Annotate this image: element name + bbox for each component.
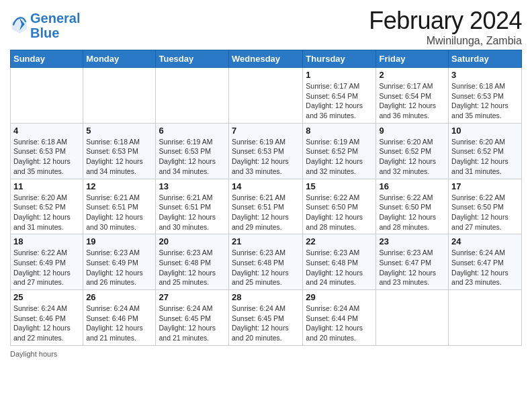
day-number: 23 (379, 236, 445, 246)
calendar-cell: 5Sunrise: 6:18 AM Sunset: 6:53 PM Daylig… (83, 123, 156, 179)
header-day-monday: Monday (83, 50, 156, 68)
calendar-cell: 20Sunrise: 6:23 AM Sunset: 6:48 PM Dayli… (156, 234, 229, 290)
day-info: Sunrise: 6:22 AM Sunset: 6:49 PM Dayligh… (13, 248, 80, 287)
footer-note: Daylight hours (10, 350, 522, 358)
calendar-week-row: 4Sunrise: 6:18 AM Sunset: 6:53 PM Daylig… (11, 123, 522, 179)
logo-icon (10, 15, 29, 34)
calendar-cell: 14Sunrise: 6:21 AM Sunset: 6:51 PM Dayli… (229, 179, 303, 234)
day-info: Sunrise: 6:18 AM Sunset: 6:53 PM Dayligh… (13, 137, 80, 177)
calendar-cell: 26Sunrise: 6:24 AM Sunset: 6:46 PM Dayli… (83, 290, 156, 346)
day-number: 3 (451, 70, 519, 80)
calendar-cell: 10Sunrise: 6:20 AM Sunset: 6:52 PM Dayli… (449, 123, 522, 179)
day-number: 18 (13, 236, 80, 246)
day-number: 4 (13, 126, 80, 136)
day-info: Sunrise: 6:23 AM Sunset: 6:48 PM Dayligh… (159, 248, 226, 287)
calendar-cell: 2Sunrise: 6:17 AM Sunset: 6:54 PM Daylig… (376, 68, 449, 124)
logo: General Blue (10, 11, 80, 40)
page-header: General Blue February 2024 Mwinilunga, Z… (10, 7, 522, 47)
day-info: Sunrise: 6:24 AM Sunset: 6:46 PM Dayligh… (86, 304, 152, 343)
calendar-cell: 22Sunrise: 6:23 AM Sunset: 6:48 PM Dayli… (303, 234, 376, 290)
day-info: Sunrise: 6:24 AM Sunset: 6:46 PM Dayligh… (13, 304, 80, 343)
calendar-cell: 29Sunrise: 6:24 AM Sunset: 6:44 PM Dayli… (303, 290, 376, 346)
day-info: Sunrise: 6:19 AM Sunset: 6:52 PM Dayligh… (306, 137, 373, 177)
day-number: 8 (306, 126, 373, 136)
calendar-cell: 16Sunrise: 6:22 AM Sunset: 6:50 PM Dayli… (376, 179, 449, 234)
day-number: 25 (13, 292, 80, 302)
calendar-cell (83, 68, 156, 124)
day-info: Sunrise: 6:20 AM Sunset: 6:52 PM Dayligh… (13, 193, 80, 232)
day-number: 24 (451, 236, 519, 246)
calendar-cell: 3Sunrise: 6:18 AM Sunset: 6:53 PM Daylig… (449, 68, 522, 124)
day-number: 15 (306, 181, 373, 191)
calendar-cell: 9Sunrise: 6:20 AM Sunset: 6:52 PM Daylig… (376, 123, 449, 179)
header-day-sunday: Sunday (11, 50, 83, 68)
day-number: 1 (306, 70, 373, 80)
day-number: 19 (86, 236, 152, 246)
day-number: 7 (232, 126, 300, 136)
day-number: 21 (232, 236, 300, 246)
day-number: 10 (451, 126, 519, 136)
day-info: Sunrise: 6:18 AM Sunset: 6:53 PM Dayligh… (451, 81, 519, 121)
calendar-cell (156, 68, 229, 124)
calendar-cell: 28Sunrise: 6:24 AM Sunset: 6:45 PM Dayli… (229, 290, 303, 346)
day-info: Sunrise: 6:21 AM Sunset: 6:51 PM Dayligh… (232, 193, 300, 232)
calendar-cell: 21Sunrise: 6:23 AM Sunset: 6:48 PM Dayli… (229, 234, 303, 290)
header-day-friday: Friday (376, 50, 449, 68)
calendar-cell: 11Sunrise: 6:20 AM Sunset: 6:52 PM Dayli… (11, 179, 83, 234)
day-info: Sunrise: 6:23 AM Sunset: 6:47 PM Dayligh… (379, 248, 445, 287)
calendar-cell: 7Sunrise: 6:19 AM Sunset: 6:53 PM Daylig… (229, 123, 303, 179)
day-info: Sunrise: 6:23 AM Sunset: 6:48 PM Dayligh… (306, 248, 373, 287)
day-info: Sunrise: 6:17 AM Sunset: 6:54 PM Dayligh… (306, 81, 373, 121)
day-info: Sunrise: 6:19 AM Sunset: 6:53 PM Dayligh… (159, 137, 226, 177)
calendar-cell: 1Sunrise: 6:17 AM Sunset: 6:54 PM Daylig… (303, 68, 376, 124)
calendar-cell (11, 68, 83, 124)
day-number: 17 (451, 181, 519, 191)
day-info: Sunrise: 6:22 AM Sunset: 6:50 PM Dayligh… (306, 193, 373, 232)
logo-blue: Blue (30, 26, 80, 40)
calendar-cell: 23Sunrise: 6:23 AM Sunset: 6:47 PM Dayli… (376, 234, 449, 290)
day-info: Sunrise: 6:21 AM Sunset: 6:51 PM Dayligh… (86, 193, 152, 232)
day-info: Sunrise: 6:24 AM Sunset: 6:44 PM Dayligh… (306, 304, 373, 343)
calendar-week-row: 25Sunrise: 6:24 AM Sunset: 6:46 PM Dayli… (11, 290, 522, 346)
day-number: 16 (379, 181, 445, 191)
calendar-subtitle: Mwinilunga, Zambia (369, 35, 522, 47)
logo-general: General (30, 11, 80, 26)
day-number: 11 (13, 181, 80, 191)
title-block: February 2024 Mwinilunga, Zambia (369, 7, 522, 47)
calendar-title: February 2024 (369, 7, 522, 35)
calendar-cell: 19Sunrise: 6:23 AM Sunset: 6:49 PM Dayli… (83, 234, 156, 290)
day-number: 28 (232, 292, 300, 302)
day-number: 6 (159, 126, 226, 136)
day-number: 12 (86, 181, 152, 191)
day-number: 9 (379, 126, 445, 136)
calendar-table: SundayMondayTuesdayWednesdayThursdayFrid… (10, 50, 522, 346)
header-day-thursday: Thursday (303, 50, 376, 68)
day-info: Sunrise: 6:24 AM Sunset: 6:47 PM Dayligh… (451, 248, 519, 287)
day-number: 26 (86, 292, 152, 302)
day-info: Sunrise: 6:22 AM Sunset: 6:50 PM Dayligh… (379, 193, 445, 232)
day-number: 5 (86, 126, 152, 136)
calendar-cell: 15Sunrise: 6:22 AM Sunset: 6:50 PM Dayli… (303, 179, 376, 234)
day-info: Sunrise: 6:24 AM Sunset: 6:45 PM Dayligh… (232, 304, 300, 343)
calendar-header-row: SundayMondayTuesdayWednesdayThursdayFrid… (11, 50, 522, 68)
day-info: Sunrise: 6:20 AM Sunset: 6:52 PM Dayligh… (451, 137, 519, 177)
day-info: Sunrise: 6:24 AM Sunset: 6:45 PM Dayligh… (159, 304, 226, 343)
calendar-cell: 17Sunrise: 6:22 AM Sunset: 6:50 PM Dayli… (449, 179, 522, 234)
calendar-cell: 8Sunrise: 6:19 AM Sunset: 6:52 PM Daylig… (303, 123, 376, 179)
calendar-cell: 24Sunrise: 6:24 AM Sunset: 6:47 PM Dayli… (449, 234, 522, 290)
calendar-week-row: 11Sunrise: 6:20 AM Sunset: 6:52 PM Dayli… (11, 179, 522, 234)
calendar-cell (376, 290, 449, 346)
calendar-cell (229, 68, 303, 124)
day-info: Sunrise: 6:18 AM Sunset: 6:53 PM Dayligh… (86, 137, 152, 177)
day-info: Sunrise: 6:23 AM Sunset: 6:49 PM Dayligh… (86, 248, 152, 287)
calendar-cell: 13Sunrise: 6:21 AM Sunset: 6:51 PM Dayli… (156, 179, 229, 234)
calendar-cell: 4Sunrise: 6:18 AM Sunset: 6:53 PM Daylig… (11, 123, 83, 179)
header-day-saturday: Saturday (449, 50, 522, 68)
header-day-tuesday: Tuesday (156, 50, 229, 68)
day-number: 2 (379, 70, 445, 80)
day-info: Sunrise: 6:20 AM Sunset: 6:52 PM Dayligh… (379, 137, 445, 177)
calendar-cell (449, 290, 522, 346)
calendar-cell: 12Sunrise: 6:21 AM Sunset: 6:51 PM Dayli… (83, 179, 156, 234)
calendar-week-row: 18Sunrise: 6:22 AM Sunset: 6:49 PM Dayli… (11, 234, 522, 290)
calendar-week-row: 1Sunrise: 6:17 AM Sunset: 6:54 PM Daylig… (11, 68, 522, 124)
